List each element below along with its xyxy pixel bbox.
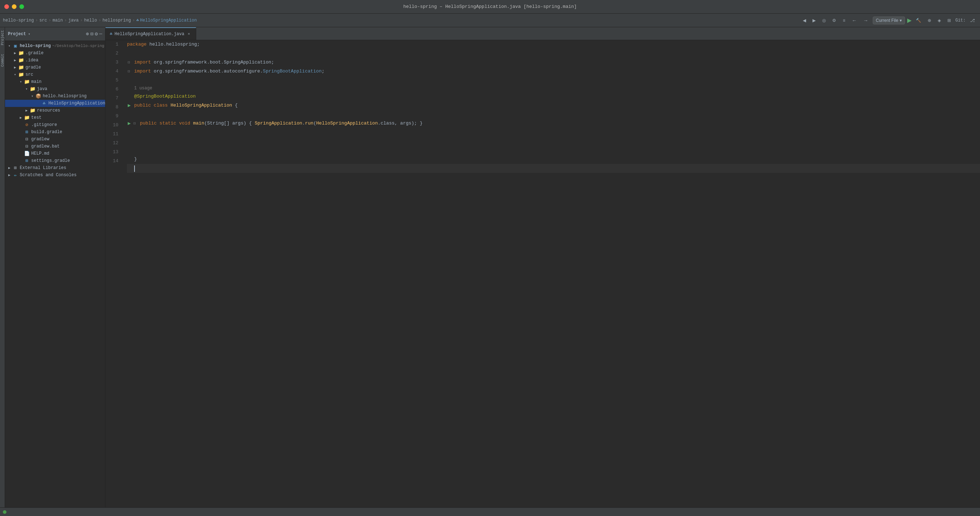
current-file-dropdown[interactable]: Current File ▾: [873, 16, 905, 24]
run-gutter-9[interactable]: ▶: [128, 119, 130, 127]
tab-filename: HelloSpringApplication.java: [115, 32, 184, 37]
panel-header: Project ▾ ⊕ ⊟ ⚙ —: [5, 27, 105, 41]
breadcrumb-main[interactable]: main: [52, 18, 63, 23]
fold-icon-9[interactable]: ⊟: [134, 121, 136, 127]
back-button[interactable]: ◀: [801, 17, 808, 24]
editor-area: ☘ HelloSpringApplication.java × 1 2 3 4 …: [105, 27, 980, 507]
usage-hint: 1 usage: [134, 85, 152, 92]
code-line-7: ▶ public class HelloSpringApplication {: [127, 101, 980, 110]
breadcrumb-hellospring[interactable]: hellospring: [103, 18, 131, 23]
panel-title-arrow[interactable]: ▾: [28, 32, 30, 36]
tree-item-gradlew[interactable]: ⊟ gradlew: [5, 135, 105, 143]
tree-arrow-scratches[interactable]: ▶: [6, 173, 12, 177]
spring-icon: ☘: [136, 18, 139, 23]
tree-item-ext-libs[interactable]: ▶ ⊞ External Libraries: [5, 164, 105, 172]
traffic-lights[interactable]: [4, 4, 24, 9]
settings-button[interactable]: ⚙: [830, 17, 838, 24]
tree-item-main[interactable]: ▾ 📁 main: [5, 78, 105, 85]
tree-item-gitignore[interactable]: ⊘ .gitignore: [5, 121, 105, 129]
tree-close-icon[interactable]: —: [99, 31, 102, 37]
run-gutter-7[interactable]: ▶: [128, 102, 130, 110]
tree-item-gradle[interactable]: ▶ 📁 .gradle: [5, 49, 105, 57]
tree-item-HelloSpringApplication[interactable]: ☘ HelloSpringApplication: [5, 100, 105, 107]
tree-item-root[interactable]: ▾ ▣ hello-spring ~/Desktop/hello-spring: [5, 42, 105, 49]
tree-item-package[interactable]: ▾ 📦 hello.hellospring: [5, 92, 105, 100]
sidebar-commit-tab[interactable]: Commit: [0, 51, 5, 70]
tree-arrow-test[interactable]: ▶: [18, 116, 24, 120]
nav-fwd-icon[interactable]: →: [861, 17, 870, 24]
tree-arrow-idea[interactable]: ▶: [12, 58, 18, 62]
collapse-button[interactable]: ≡: [840, 17, 847, 24]
file-tree: ▾ ▣ hello-spring ~/Desktop/hello-spring …: [5, 41, 105, 507]
more-run-button[interactable]: ⊞: [945, 17, 953, 24]
tree-item-java[interactable]: ▾ 📁 java: [5, 85, 105, 92]
tree-arrow-resources[interactable]: ▶: [24, 108, 29, 113]
text-cursor: [134, 166, 135, 172]
tree-item-idea[interactable]: ▶ 📁 .idea: [5, 57, 105, 64]
code-line-3: ⊟ import org.springframework.boot.Spring…: [127, 58, 980, 67]
coverage-button[interactable]: ⊕: [926, 17, 933, 24]
package-icon: 📦: [35, 93, 41, 99]
fold-icon-3[interactable]: ⊟: [128, 60, 130, 66]
code-editor[interactable]: 1 2 3 4 5 6 7 8 9 10 11 12 13 14 package…: [105, 40, 980, 507]
breadcrumb-class[interactable]: ☘ HelloSpringApplication: [136, 18, 197, 23]
editor-tabs: ☘ HelloSpringApplication.java ×: [105, 27, 980, 40]
tree-item-build-gradle[interactable]: ⊞ build.gradle: [5, 129, 105, 135]
tree-item-settings-gradle[interactable]: ⊞ settings.gradle: [5, 157, 105, 164]
locate-in-tree-icon[interactable]: ⊕: [86, 31, 89, 37]
build-button[interactable]: 🔨: [914, 17, 923, 24]
tree-arrow-package[interactable]: ▾: [29, 94, 35, 98]
tree-label-resources: resources: [37, 108, 60, 113]
code-line-14[interactable]: [127, 164, 980, 173]
minimize-button[interactable]: [12, 4, 16, 9]
tree-item-gradle2[interactable]: ▶ 📁 gradle: [5, 64, 105, 71]
tab-close-button[interactable]: ×: [186, 32, 192, 37]
tree-arrow-java[interactable]: ▾: [24, 87, 29, 91]
tree-item-scratches[interactable]: ▶ ✏ Scratches and Consoles: [5, 172, 105, 179]
tree-arrow-gradle[interactable]: ▶: [12, 51, 18, 55]
run-button[interactable]: ▶: [907, 17, 912, 24]
tree-label-help-md: HELP.md: [31, 151, 49, 156]
profile-button[interactable]: ◈: [935, 17, 943, 24]
sidebar-project-tab[interactable]: Project: [0, 27, 5, 48]
tree-item-help-md[interactable]: 📄 HELP.md: [5, 150, 105, 157]
nav-back-icon[interactable]: ←: [850, 17, 859, 24]
tree-arrow-src[interactable]: ▾: [12, 72, 18, 77]
status-indicator: [3, 510, 6, 514]
tree-label-build-gradle: build.gradle: [31, 129, 62, 135]
tree-item-src[interactable]: ▾ 📁 src: [5, 71, 105, 78]
tree-item-resources[interactable]: ▶ 📁 resources: [5, 107, 105, 114]
code-line-9: ▶ ⊟ public static void main(String[] arg…: [127, 119, 980, 128]
forward-button[interactable]: ▶: [810, 17, 818, 24]
tree-arrow-ext-libs[interactable]: ▶: [6, 166, 12, 170]
chevron-down-icon: ▾: [900, 18, 902, 23]
tree-arrow-gradle2[interactable]: ▶: [12, 65, 18, 70]
folder-icon-src: 📁: [18, 72, 24, 78]
breadcrumb-java[interactable]: java: [68, 18, 78, 23]
ext-libs-icon: ⊞: [12, 165, 19, 171]
code-content[interactable]: package hello.hellospring; ⊟ import org.…: [124, 40, 980, 507]
git-button[interactable]: ⎇: [968, 17, 977, 24]
tree-item-gradlew-bat[interactable]: ⊟ gradlew.bat: [5, 143, 105, 150]
tree-arrow-root[interactable]: ▾: [6, 44, 12, 48]
title-bar: hello-spring – HelloSpringApplication.ja…: [0, 0, 980, 14]
folder-icon-idea: 📁: [18, 57, 24, 63]
tree-label-settings-gradle: settings.gradle: [31, 158, 70, 163]
folder-icon-gradle2: 📁: [18, 65, 24, 70]
breadcrumb-hello[interactable]: hello: [84, 18, 97, 23]
tree-arrow-main[interactable]: ▾: [18, 80, 24, 84]
locate-button[interactable]: ◎: [820, 17, 828, 24]
tree-item-test[interactable]: ▶ 📁 test: [5, 114, 105, 121]
tree-label-idea: .idea: [25, 58, 38, 63]
code-line-6: @SpringBootApplication: [127, 92, 980, 101]
breadcrumb-src[interactable]: src: [40, 18, 47, 23]
fold-icon-4[interactable]: ⊟: [128, 68, 130, 75]
folder-icon-test: 📁: [24, 115, 30, 121]
maximize-button[interactable]: [19, 4, 24, 9]
close-button[interactable]: [4, 4, 9, 9]
collapse-all-icon[interactable]: ⊟: [91, 31, 93, 37]
tree-settings-icon[interactable]: ⚙: [95, 31, 97, 37]
editor-tab-HelloSpringApplication[interactable]: ☘ HelloSpringApplication.java ×: [105, 27, 196, 40]
tree-label-root: hello-spring: [20, 43, 51, 48]
breadcrumb-project[interactable]: hello-spring: [3, 18, 34, 23]
